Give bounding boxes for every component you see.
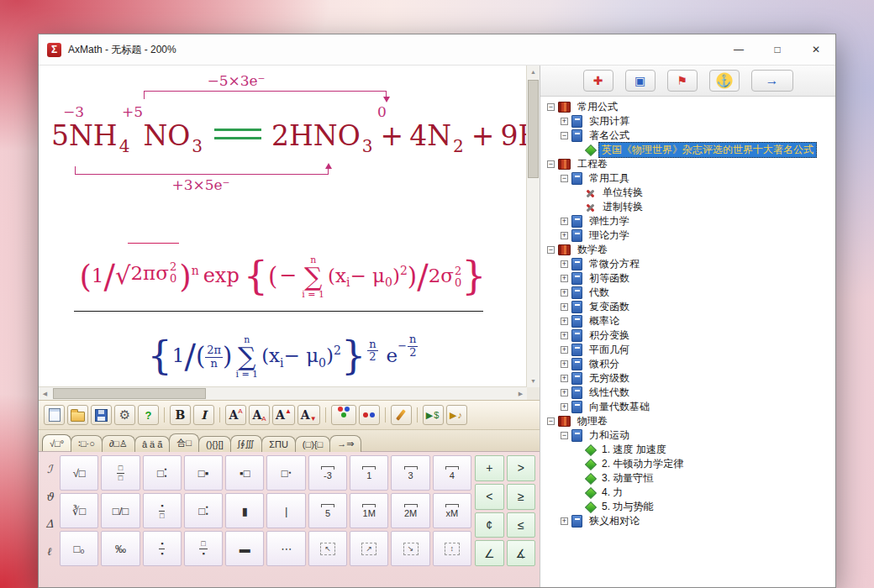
expander-icon[interactable]: [561, 289, 568, 297]
toolbar-button[interactable]: A A: [225, 405, 246, 425]
math-template-button[interactable]: □ ▪▪ □: [184, 493, 223, 528]
toolbar-button[interactable]: ▶$: [423, 405, 444, 425]
minimize-button[interactable]: —: [719, 34, 758, 65]
math-template-button[interactable]: | |: [266, 493, 305, 528]
toolbar-button[interactable]: [359, 405, 380, 425]
operator-button[interactable]: ≥: [507, 484, 536, 510]
tree-item[interactable]: 常用公式: [542, 100, 834, 114]
tree-item[interactable]: 4. 力: [542, 486, 834, 500]
library-toolbar-button[interactable]: ⚓: [709, 70, 740, 92]
tree-item[interactable]: 进制转换: [542, 200, 834, 214]
maximize-button[interactable]: □: [758, 34, 797, 65]
math-template-button[interactable]: □/□ □/□: [101, 493, 140, 528]
operator-button[interactable]: <: [475, 484, 504, 510]
math-template-button[interactable]: ▪□: [143, 493, 182, 528]
toolbar-button[interactable]: [67, 405, 88, 425]
formula-tree[interactable]: 常用公式 实用计算 著名公式 英国《物理世界》杂志评选的世界十大著名公式: [540, 97, 835, 587]
math-template-button[interactable]: 5 5: [308, 493, 347, 528]
math-template-button[interactable]: 2M 2M: [391, 493, 429, 528]
vertical-scroll-thumb[interactable]: [528, 80, 539, 178]
tree-item[interactable]: 积分变换: [542, 328, 834, 343]
formula-statistics-denominator[interactable]: {1∕(2πn)n∑i = 1(xi− μ0)2}n2e−n2: [43, 318, 523, 375]
math-template-button[interactable]: √□ √□: [60, 455, 98, 491]
expander-icon[interactable]: [561, 332, 568, 339]
expander-icon[interactable]: [561, 375, 568, 382]
tree-item[interactable]: 向量代数基础: [542, 400, 834, 414]
tree-item[interactable]: 微积分: [542, 357, 834, 371]
symbol-tab[interactable]: 合□: [169, 433, 199, 452]
tree-item[interactable]: 单位转换: [542, 186, 834, 200]
titlebar[interactable]: Σ AxMath - 无标题 - 200% — □ ✕: [39, 34, 835, 66]
operator-button[interactable]: ≤: [507, 512, 536, 538]
math-template-button[interactable]: □□: [101, 455, 140, 491]
tree-item[interactable]: 弹性力学: [542, 214, 834, 228]
tree-item[interactable]: 初等函数: [542, 271, 834, 286]
library-toolbar-button[interactable]: ✚: [583, 70, 613, 92]
recent-symbol[interactable]: ℓ: [47, 545, 51, 559]
expander-icon[interactable]: [561, 218, 568, 225]
toolbar-button[interactable]: [161, 405, 167, 425]
library-toolbar-button[interactable]: →: [751, 70, 793, 92]
expander-icon[interactable]: [561, 118, 568, 125]
tree-item[interactable]: 常微分方程: [542, 257, 834, 271]
operator-button[interactable]: ∡: [507, 540, 536, 566]
tree-item[interactable]: 理论力学: [542, 228, 834, 243]
expander-icon[interactable]: [561, 432, 568, 439]
toolbar-button[interactable]: [91, 405, 112, 425]
scroll-up-icon[interactable]: ▲: [527, 66, 540, 78]
math-template-button[interactable]: ↘ ↘: [391, 531, 429, 566]
tree-item[interactable]: 代数: [542, 286, 834, 300]
recent-symbol[interactable]: ℐ: [47, 463, 52, 475]
tree-item[interactable]: 物理卷: [542, 414, 834, 428]
symbol-tab[interactable]: (){}[]: [198, 436, 231, 452]
tree-item[interactable]: 常用工具: [542, 171, 834, 186]
tree-item[interactable]: 概率论: [542, 314, 834, 328]
toolbar-button[interactable]: A A: [249, 405, 270, 425]
math-template-button[interactable]: □ ▪ □: [266, 455, 305, 491]
scroll-left-icon[interactable]: ◀: [39, 387, 51, 400]
expander-icon[interactable]: [561, 175, 568, 182]
tree-item[interactable]: 狭义相对论: [542, 514, 834, 528]
toolbar-button[interactable]: ▶♪: [446, 405, 467, 425]
math-template-button[interactable]: ↕ ↕: [433, 531, 471, 566]
formula-chemistry[interactable]: −5×3e⁻ −3 +5 0 5NH4NO32HNO3+4N2+9H2O +3×…: [51, 72, 509, 211]
expander-icon[interactable]: [561, 132, 568, 139]
symbol-tab[interactable]: ΣΠU: [261, 436, 296, 452]
symbol-tab[interactable]: √□°: [42, 434, 71, 451]
math-template-button[interactable]: ▪□ ▪□: [225, 455, 264, 491]
tree-item[interactable]: 1. 速度 加速度: [542, 443, 834, 457]
math-template-button[interactable]: 3 3: [391, 455, 429, 491]
tree-item[interactable]: 线性代数: [542, 386, 834, 400]
recent-symbol[interactable]: ϑ: [45, 491, 53, 503]
math-template-button[interactable]: ⋯ ⋯: [266, 531, 305, 566]
symbol-tab[interactable]: ∶□·○: [71, 435, 103, 452]
expander-icon[interactable]: [561, 360, 568, 368]
expander-icon[interactable]: [561, 260, 568, 268]
expander-icon[interactable]: [547, 246, 555, 254]
expander-icon[interactable]: [547, 160, 555, 168]
math-template-button[interactable]: □▪ □▪: [184, 455, 223, 491]
toolbar-button[interactable]: [331, 405, 356, 425]
operator-button[interactable]: ¢: [475, 512, 504, 538]
math-template-button[interactable]: ▬ ▬: [225, 531, 264, 566]
expander-icon[interactable]: [561, 389, 568, 396]
toolbar-button[interactable]: [414, 405, 420, 425]
math-template-button[interactable]: xM xM: [433, 493, 471, 528]
tree-item[interactable]: 实用计算: [542, 114, 834, 129]
tree-item[interactable]: 3. 动量守恒: [542, 471, 834, 486]
tree-item[interactable]: 著名公式: [542, 129, 834, 143]
toolbar-button[interactable]: [217, 405, 223, 425]
library-toolbar-button[interactable]: ⚑: [667, 70, 698, 92]
math-template-button[interactable]: ▪▪: [143, 531, 182, 566]
symbol-tab[interactable]: â ä ã: [134, 436, 170, 452]
symbol-tab[interactable]: ∂□♙: [102, 435, 135, 452]
expander-icon[interactable]: [561, 346, 568, 354]
expander-icon[interactable]: [561, 232, 568, 239]
expander-icon[interactable]: [561, 303, 568, 311]
math-template-button[interactable]: -3 -3: [308, 455, 347, 491]
math-template-button[interactable]: ‰ ‰: [101, 531, 140, 566]
tree-item[interactable]: 复变函数: [542, 300, 834, 314]
math-template-button[interactable]: ↖ ↖: [308, 531, 347, 566]
tree-item[interactable]: 无穷级数: [542, 371, 834, 386]
expander-icon[interactable]: [547, 417, 555, 425]
